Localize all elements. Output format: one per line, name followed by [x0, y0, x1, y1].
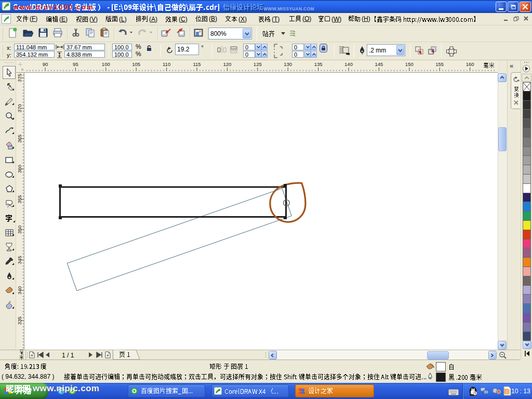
svg-text:140: 140	[344, 61, 353, 67]
svg-text:375: 375	[17, 74, 22, 82]
svg-text:105: 105	[132, 61, 140, 67]
svg-text:95: 95	[73, 61, 78, 67]
svg-text:130: 130	[284, 61, 292, 67]
svg-text:345: 345	[17, 256, 22, 264]
svg-text:335: 335	[17, 316, 22, 325]
svg-text:1 / 1: 1 / 1	[62, 352, 74, 359]
svg-text:370: 370	[17, 104, 22, 112]
svg-text:120: 120	[223, 61, 231, 67]
svg-text:355: 355	[17, 195, 22, 204]
svg-text:360: 360	[17, 165, 22, 173]
svg-text:90: 90	[43, 61, 48, 67]
svg-text:125: 125	[254, 61, 262, 67]
svg-text:150: 150	[405, 61, 414, 67]
svg-text:115: 115	[193, 61, 201, 67]
svg-text:145: 145	[375, 61, 383, 67]
svg-text:110: 110	[163, 61, 170, 67]
svg-text:340: 340	[17, 286, 22, 295]
svg-text:155: 155	[435, 61, 444, 67]
svg-text:365: 365	[17, 135, 22, 143]
svg-text:100: 100	[102, 61, 110, 67]
svg-text:350: 350	[17, 225, 22, 234]
svg-text:160: 160	[466, 61, 474, 67]
svg-text:135: 135	[314, 61, 323, 67]
